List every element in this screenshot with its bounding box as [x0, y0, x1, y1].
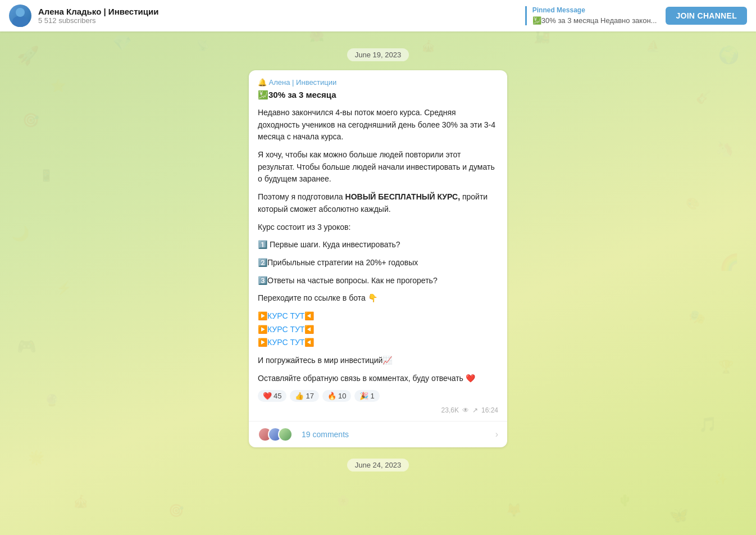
course-link-3[interactable]: ▶️КУРС ТУТ◀️: [258, 337, 498, 349]
course-link-1[interactable]: ▶️КУРС ТУТ◀️: [258, 310, 498, 323]
message-text: Недавно закончился 4-вы поток моего курс…: [258, 107, 498, 384]
reaction-thumbsup[interactable]: 👍 17: [290, 390, 318, 402]
message-meta: 23,6K 👁 ↗ 16:24: [258, 404, 498, 415]
cta-text: Переходите по ссылке в бота 👇: [258, 292, 498, 305]
reaction-heart-count: 45: [274, 392, 281, 400]
join-channel-button[interactable]: JOIN CHANNEL: [666, 7, 747, 25]
message-author: 🔔 Алена | Инвестиции: [258, 78, 498, 87]
pinned-label: Pinned Message: [532, 6, 657, 14]
course-link-2[interactable]: ▶️КУРС ТУТ◀️: [258, 324, 498, 336]
reaction-tada-emoji: 🎉: [359, 392, 368, 400]
comment-avatars: [258, 427, 288, 442]
paragraph-2: Я хочу, чтобы как можно больше людей пов…: [258, 149, 498, 185]
course-links: ▶️КУРС ТУТ◀️ ▶️КУРС ТУТ◀️ ▶️КУРС ТУТ◀️: [258, 310, 498, 349]
views-icon: 👁: [462, 406, 469, 414]
closing-2: Оставляйте обратную связь в комментах, б…: [258, 373, 498, 385]
reaction-thumbsup-count: 17: [306, 392, 313, 400]
comments-arrow-icon: ›: [495, 429, 498, 439]
subscriber-count: 5 512 subscribers: [38, 16, 281, 25]
comments-count: 19 comments: [302, 430, 349, 439]
lesson-3: 3️⃣Ответы на частые вопросы. Как не прог…: [258, 275, 498, 287]
pinned-text: 💹30% за 3 месяца Недавно закон...: [532, 16, 657, 25]
reaction-tada[interactable]: 🎉 1: [354, 390, 379, 402]
reactions-bar: ❤️ 45 👍 17 🔥 10 🎉 1: [258, 390, 498, 402]
date-badge-top: June 19, 2023: [347, 48, 409, 61]
message-card: 🔔 Алена | Инвестиции 💹30% за 3 месяца Не…: [249, 70, 507, 447]
reaction-fire-emoji: 🔥: [327, 392, 336, 400]
channel-avatar: [9, 4, 31, 27]
pinned-message-section[interactable]: Pinned Message 💹30% за 3 месяца Недавно …: [525, 6, 657, 25]
lesson-2: 2️⃣Прибыльные стратегии на 20%+ годовых: [258, 257, 498, 269]
paragraph-3: Поэтому я подготовила НОВЫЙ БЕСПЛАТНЫЙ К…: [258, 191, 498, 215]
para3-bold: НОВЫЙ БЕСПЛАТНЫЙ КУРС,: [345, 192, 461, 201]
comment-avatar-3: [278, 427, 293, 442]
message-body: 🔔 Алена | Инвестиции 💹30% за 3 месяца Не…: [249, 70, 507, 421]
paragraph-4: Курс состоит из 3 уроков:: [258, 221, 498, 234]
reaction-heart-emoji: ❤️: [263, 392, 272, 400]
date-badge-bottom: June 24, 2023: [347, 459, 409, 471]
content-area: June 19, 2023 🔔 Алена | Инвестиции 💹30% …: [0, 31, 756, 535]
closing-1: И погружайтесь в мир инвестиций📈: [258, 355, 498, 367]
paragraph-1: Недавно закончился 4-вы поток моего курс…: [258, 107, 498, 143]
forward-icon: ↗: [472, 406, 478, 414]
reaction-fire[interactable]: 🔥 10: [322, 390, 351, 402]
reaction-thumbsup-emoji: 👍: [295, 392, 304, 400]
comments-footer[interactable]: 19 comments ›: [249, 421, 507, 447]
reaction-fire-count: 10: [338, 392, 346, 400]
message-time: 16:24: [481, 406, 498, 414]
channel-name: Алена Кладько | Инвестиции: [38, 7, 281, 16]
views-count: 23,6K: [441, 406, 459, 414]
reaction-tada-count: 1: [370, 392, 374, 400]
lesson-1: 1️⃣ Первые шаги. Куда инвестировать?: [258, 239, 498, 251]
header: Алена Кладько | Инвестиции 5 512 subscri…: [0, 0, 756, 31]
channel-info: Алена Кладько | Инвестиции 5 512 subscri…: [38, 7, 281, 25]
reaction-heart[interactable]: ❤️ 45: [258, 390, 286, 402]
para3-pre: Поэтому я подготовила: [258, 192, 345, 201]
message-title: 💹30% за 3 месяца: [258, 90, 498, 100]
